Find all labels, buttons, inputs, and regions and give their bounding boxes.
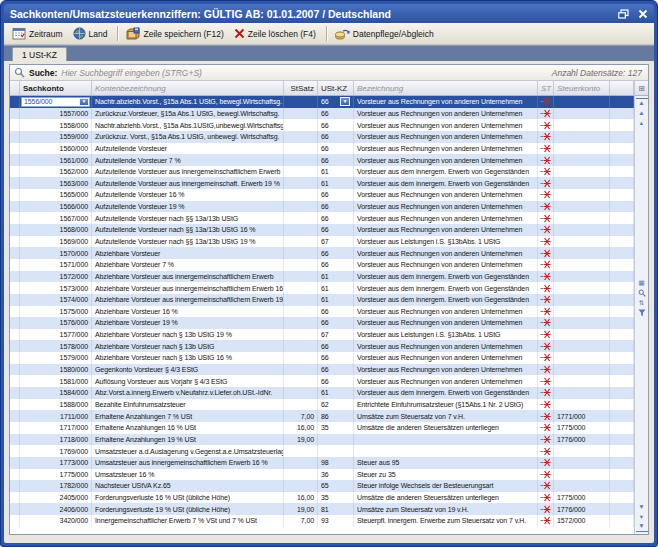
table-row[interactable]: 1584/000Abz.Vorst.a.innerg.Erwerb v.Neuf… (10, 387, 634, 399)
row-selector (10, 352, 20, 364)
st-flag-icon (540, 132, 551, 141)
cell-steuerkonto (554, 457, 610, 469)
table-row[interactable]: 1581/000Auflösung Vorsteuer aus Vorjahr … (10, 375, 634, 387)
table-row[interactable]: 1570/000Abziehbare Vorsteuer66Vorsteuer … (10, 247, 634, 259)
table-row[interactable]: 1569/000Aufzuteilende Vorsteuer nach §§ … (10, 236, 634, 248)
delete-row-button[interactable]: Zeile löschen (F4) (230, 25, 322, 42)
table-row[interactable]: 1711/000Erhaltene Anzahlungen 7 % USt7,0… (10, 410, 634, 422)
cell-extra (610, 119, 634, 131)
cell-sachkonto: 1588/000 (20, 399, 92, 411)
cell-st (538, 457, 554, 469)
cell-bezeichnung: Vorsteuer aus Rechnungen von anderen Unt… (354, 143, 538, 155)
table-row[interactable]: 1580/000Gegenkonto Vorsteuer § 4/3 EStG6… (10, 364, 634, 376)
scroll-to-top-icon[interactable]: ▲ (636, 98, 648, 108)
header-bezeichnung[interactable]: Bezeichnung (354, 81, 538, 95)
restore-icon[interactable] (616, 7, 631, 20)
cell-bezeichnung: Vorsteuer aus dem innergem. Erwerb von G… (354, 271, 538, 283)
cell-st (538, 131, 554, 143)
table-row[interactable]: 2406/000Forderungsverluste 19 % USt (übl… (10, 503, 634, 515)
table-row[interactable]: 1579/000Abziehbare Vorsteuer nach § 13b … (10, 352, 634, 364)
tab-ust-kz[interactable]: 1 USt-KZ (12, 47, 67, 61)
cell-ustkz: 98 (318, 457, 354, 469)
header-steuerkonto[interactable]: Steuerkonto (554, 81, 610, 95)
table-row[interactable]: 1568/000Aufzuteilende Vorsteuer nach §§ … (10, 224, 634, 236)
table-row[interactable]: 1575/000Abziehbare Vorsteuer 16 %66Vorst… (10, 306, 634, 318)
sachkonto-dropdown-icon[interactable]: ▼ (79, 98, 89, 106)
scroll-to-bottom-icon[interactable]: ▼ (636, 522, 648, 532)
table-row[interactable]: 1556/000▼Nachtr.abziehb.Vorst., §15a Abs… (10, 96, 634, 108)
scroll-up-icon[interactable]: ▲ (636, 108, 648, 118)
cell-kontenbezeichnung: Aufzuteilende Vorsteuer aus innergemeins… (92, 177, 284, 189)
sort-icon[interactable]: ⇅ (636, 298, 648, 308)
table-row[interactable]: 1571/000Abziehbare Vorsteuer 7 %66Vorste… (10, 259, 634, 271)
table-row[interactable]: 1588/000Bezahlte Einfuhrumsatzsteuer62En… (10, 399, 634, 411)
table-row[interactable]: 1769/000Umsatzsteuer a.d.Auslagerung v.G… (10, 445, 634, 457)
table-row[interactable]: 1567/000Aufzuteilende Vorsteuer nach §§ … (10, 212, 634, 224)
table-row[interactable]: 1717/000Erhaltene Anzahlungen 16 % USt16… (10, 422, 634, 434)
zeitraum-button[interactable]: Zeitraum (8, 24, 69, 43)
table-row[interactable]: 1562/000Aufzuteilende Vorsteuer aus inne… (10, 166, 634, 178)
table-row[interactable]: 1572/000Abziehbare Vorsteuer aus innerge… (10, 271, 634, 283)
cell-ustkz: 66 (318, 201, 354, 213)
sachkonto-value: 1556/000 (22, 98, 79, 105)
table-row[interactable]: 1782/000Nachsteuer UStVA Kz.6565Steuer i… (10, 480, 634, 492)
cell-steuerkonto (554, 143, 610, 155)
table-row[interactable]: 1561/000Aufzuteilende Vorsteuer 7 %66Vor… (10, 154, 634, 166)
table-row[interactable]: 1559/000Zurückzuz. Vorst., §15a Abs.1 US… (10, 131, 634, 143)
cell-bezeichnung: Umsätze zum Steuersatz von 7 v.H. (354, 410, 538, 422)
table-row[interactable]: 1577/000Abziehbare Vorsteuer nach § 13b … (10, 329, 634, 341)
table-row[interactable]: 1563/000Aufzuteilende Vorsteuer aus inne… (10, 177, 634, 189)
header-stsatz[interactable]: StSatz (284, 81, 318, 95)
grid-icon[interactable]: ⊞ (635, 81, 648, 96)
header-st[interactable]: ST (538, 81, 554, 95)
row-selector (10, 212, 20, 224)
table-row[interactable]: 1558/000Nachtr.abziehb.Vorst., §15a Abs.… (10, 119, 634, 131)
close-icon[interactable] (635, 7, 650, 20)
cell-steuerkonto (554, 364, 610, 376)
land-button[interactable]: Land (69, 24, 114, 43)
table-row[interactable]: 1576/000Abziehbare Vorsteuer 19 %66Vorst… (10, 317, 634, 329)
row-down-icon[interactable]: ▾ (636, 512, 648, 522)
scroll-down-icon[interactable]: ▼ (636, 502, 648, 512)
table-row[interactable]: 1775/000Umsatzsteuer 16 %36Steuer zu 35 (10, 469, 634, 481)
table-row[interactable]: 1566/000Aufzuteilende Vorsteuer 19 %66Vo… (10, 201, 634, 213)
header-sachkonto[interactable]: Sachkonto (20, 81, 92, 95)
cell-bezeichnung: Entrichtete Einfuhrumsatzsteuer (§15Abs.… (354, 399, 538, 411)
cell-stsatz (284, 201, 318, 213)
filter-icon[interactable] (636, 308, 648, 318)
ustkz-dropdown-icon[interactable]: ▼ (340, 97, 350, 106)
sachkonto-combo[interactable]: 1556/000▼ (21, 97, 90, 107)
row-up-icon[interactable]: ▴ (636, 118, 648, 128)
title-bar[interactable]: Sachkonten/Umsatzsteuerkennziffern: GÜLT… (4, 4, 654, 23)
cell-ustkz: 66 (318, 212, 354, 224)
keyboard-icon[interactable]: ▦ (636, 278, 648, 288)
table-row[interactable]: 1718/000Erhaltene Anzahlungen 19 % USt19… (10, 434, 634, 446)
table-row[interactable]: 1560/000Aufzuteilende Vorsteuer66Vorsteu… (10, 143, 634, 155)
save-row-button[interactable]: Zeile speichern (F12) (122, 24, 229, 43)
cell-bezeichnung: Vorsteuer aus Rechnungen von anderen Unt… (354, 364, 538, 376)
table-row[interactable]: 1578/000Abziehbare Vorsteuer nach § 13b … (10, 340, 634, 352)
search-input[interactable]: Hier Suchbegriff eingeben (STRG+S) (61, 68, 547, 78)
row-selector (10, 294, 20, 306)
table-row[interactable]: 1565/000Aufzuteilende Vorsteuer 16 %66Vo… (10, 189, 634, 201)
st-flag-icon (540, 505, 551, 514)
table-row[interactable]: 1574/000Abziehbare Vorsteuer aus innerge… (10, 294, 634, 306)
cell-extra (610, 457, 634, 469)
table-row[interactable]: 2405/000Forderungsverluste 16 % USt (übl… (10, 492, 634, 504)
table-row[interactable]: 1557/000Zurückzuz.Vorsteuer, §15a Abs.1 … (10, 108, 634, 120)
cell-extra (610, 469, 634, 481)
zoom-icon[interactable] (636, 288, 648, 298)
table-row[interactable]: 1573/000Abziehbare Vorsteuer aus innerge… (10, 282, 634, 294)
cell-steuerkonto (554, 154, 610, 166)
table-row[interactable]: 1773/000Umsatzsteuer aus innergemeinscha… (10, 457, 634, 469)
cell-kontenbezeichnung: Erhaltene Anzahlungen 16 % USt (92, 422, 284, 434)
header-ustkz[interactable]: USt-KZ (318, 81, 354, 95)
data-maintenance-button[interactable]: Datenpflege/Abgleich (331, 24, 440, 43)
save-row-icon (126, 27, 140, 40)
header-kontenbezeichnung[interactable]: Kontenbezeichnung (92, 81, 284, 95)
cell-ustkz: 61 (318, 294, 354, 306)
cell-sachkonto: 1580/000 (20, 364, 92, 376)
cell-extra (610, 399, 634, 411)
table-row[interactable]: 3420/000Innergemeinschaftlicher Erwerb 7… (10, 515, 634, 527)
grid-side-toolbar: ⊞ ▲ ▲ ▴ ▦ ⇅ ▼ (634, 81, 648, 534)
